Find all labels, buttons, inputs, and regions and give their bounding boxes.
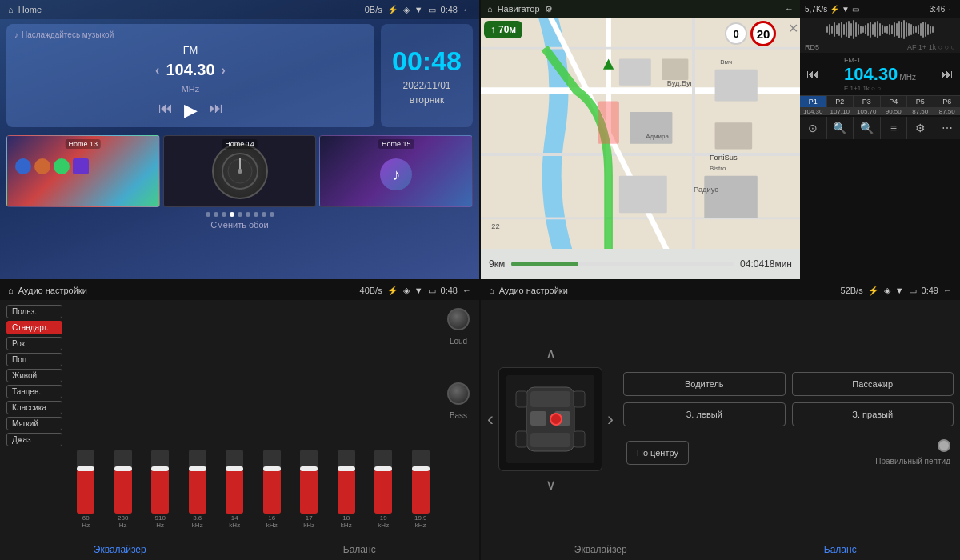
eq-preset-custom[interactable]: Польз. — [6, 305, 62, 318]
bal-left-btn[interactable]: ‹ — [487, 408, 494, 430]
radio-search-btn[interactable]: 🔍 — [827, 117, 854, 139]
eq-bar-track-1[interactable] — [77, 450, 94, 514]
bal-up-btn[interactable]: ∧ — [546, 345, 556, 362]
nav-settings-icon[interactable]: ⚙ — [545, 4, 553, 14]
radio-next-btn[interactable]: ⏭ — [939, 66, 955, 83]
nav-back-icon[interactable]: ← — [785, 4, 794, 14]
bal-down-btn[interactable]: ∨ — [546, 476, 556, 494]
bal-rear-left-btn[interactable]: З. левый — [623, 402, 786, 426]
map-close-btn[interactable]: ✕ — [788, 21, 798, 36]
preset-p2[interactable]: P2 — [827, 96, 854, 107]
wallpaper-thumb-15[interactable]: Home 15 ♪ — [319, 135, 473, 207]
eq-bar-handle-7[interactable] — [300, 466, 318, 471]
bass-knob[interactable] — [447, 382, 470, 405]
eq-preset-soft[interactable]: Мягкий — [6, 417, 62, 430]
svg-rect-37 — [574, 431, 585, 447]
eq-freq-16k: 16kHz — [266, 515, 278, 530]
eq-bar-handle-2[interactable] — [114, 466, 132, 471]
wave-bar — [918, 25, 919, 34]
eq-preset-rock[interactable]: Рок — [6, 337, 62, 350]
eq-bar-track-3[interactable] — [151, 450, 169, 514]
radio-search2-btn[interactable]: 🔍 — [854, 117, 880, 139]
tab-equalizer-bl[interactable]: Эквалайзер — [0, 538, 240, 560]
fast-forward-btn[interactable]: ⏭ — [209, 100, 223, 121]
bal-back-icon[interactable]: ← — [943, 286, 952, 295]
eq-band-910hz: 910Hz — [143, 450, 178, 530]
radio-prev-btn[interactable]: ⏮ — [805, 66, 821, 83]
eq-bar-handle-6[interactable] — [263, 466, 281, 471]
radio-cast-btn[interactable]: ⊙ — [800, 117, 826, 139]
eq-bar-handle-5[interactable] — [226, 466, 243, 471]
loud-knob[interactable] — [447, 308, 470, 330]
radio-extra-btn[interactable]: ⋯ — [934, 117, 961, 139]
eq-preset-jazz[interactable]: Джаз — [6, 433, 62, 446]
eq-preset-classic[interactable]: Классика — [6, 401, 62, 414]
eq-band-19k9: 19.9kHz — [404, 450, 438, 530]
wave-bar — [891, 25, 893, 34]
eq-bar-handle-9[interactable] — [374, 466, 392, 471]
eq-preset-dance[interactable]: Танцев. — [6, 385, 62, 398]
back-icon[interactable]: ← — [462, 5, 471, 14]
bal-rear-right-btn[interactable]: З. правый — [792, 402, 954, 426]
tab-equalizer-br[interactable]: Эквалайзер — [481, 538, 721, 560]
wave-bar — [913, 26, 914, 34]
play-btn[interactable]: ▶ — [184, 100, 198, 121]
eq-bar-track-2[interactable] — [114, 450, 132, 514]
tab-balance-bl[interactable]: Баланс — [240, 538, 480, 560]
eq-bar-track-5[interactable] — [226, 450, 243, 514]
eq-preset-pop[interactable]: Поп — [6, 353, 62, 366]
eq-bar-handle-8[interactable] — [338, 466, 355, 471]
preset-p5[interactable]: P5 — [907, 96, 934, 107]
dot-9 — [270, 212, 274, 217]
wallpaper-thumb-13[interactable]: Home 13 — [6, 135, 160, 207]
svg-rect-35 — [574, 391, 585, 407]
bal-center-btn[interactable]: По центру — [626, 441, 689, 465]
bal-driver-btn[interactable]: Водитель — [623, 372, 786, 396]
wallpaper-thumb-14[interactable]: Home 14 — [163, 135, 317, 207]
preset-p6[interactable]: P6 — [934, 96, 961, 107]
eq-bar-track-8[interactable] — [338, 450, 355, 514]
preset-p3[interactable]: P3 — [854, 96, 880, 107]
wave-bar — [898, 21, 900, 38]
eq-bar-handle-4[interactable] — [189, 466, 206, 471]
main-grid: ⌂ Home 0B/s ⚡ ◈ ▼ ▭ 0:48 ← ♪ Наслаждайте… — [0, 0, 960, 560]
freq-next-btn[interactable]: › — [222, 63, 226, 78]
eq-bar-fill-10 — [412, 470, 430, 514]
dot-8 — [262, 212, 266, 217]
eq-bar-track-7[interactable] — [300, 450, 318, 514]
preset-p1[interactable]: P1 — [800, 96, 826, 107]
bal-passenger-btn[interactable]: Пассажир — [792, 372, 954, 396]
fm-label: FM — [14, 44, 366, 56]
tab-balance-br[interactable]: Баланс — [721, 538, 961, 560]
preset-p4[interactable]: P4 — [881, 96, 907, 107]
preset-freq-5: 87.50 — [907, 108, 934, 115]
eq-band-18k: 18kHz — [330, 450, 364, 530]
eq-tab-label: Эквалайзер — [94, 544, 146, 555]
eq-bar-handle-3[interactable] — [151, 466, 169, 471]
eq-bar-track-9[interactable] — [374, 450, 392, 514]
eq-bar-handle-1[interactable] — [77, 466, 94, 471]
eq-back-icon[interactable]: ← — [462, 286, 471, 295]
radio-presets: P1 P2 P3 P4 P5 P6 104.30 107.10 105.70 9… — [800, 96, 960, 115]
rewind-btn[interactable]: ⏮ — [158, 100, 173, 121]
change-wallpaper-btn[interactable]: Сменить обои — [0, 218, 479, 233]
eq-bar-track-4[interactable] — [189, 450, 206, 514]
wave-bar — [846, 22, 847, 37]
freq-prev-btn[interactable]: ‹ — [155, 63, 159, 78]
dot-2 — [214, 212, 218, 217]
wave-bar — [838, 23, 840, 36]
map-area[interactable]: Буд.Буг Вмч Адмира... Радиус FortiSus Bi… — [481, 18, 800, 249]
eq-bar-handle-10[interactable] — [412, 466, 430, 471]
radio-time: 3:46 — [930, 5, 945, 14]
radio-back-icon[interactable]: ← — [947, 5, 955, 14]
eq-preset-standard[interactable]: Стандарт. — [6, 321, 62, 334]
nav-bottom-bar: 9км 04:04 18мин — [481, 249, 800, 279]
eq-bar-fill-1 — [77, 470, 94, 514]
bal-right-btn[interactable]: › — [607, 408, 614, 430]
eq-preset-live[interactable]: Живой — [6, 369, 62, 382]
eq-bar-track-10[interactable] — [412, 450, 430, 514]
eq-bar-track-6[interactable] — [263, 450, 281, 514]
radio-settings-btn[interactable]: ⚙ — [907, 117, 934, 139]
dot-4 — [230, 212, 234, 217]
radio-eq-btn[interactable]: ≡ — [881, 117, 907, 139]
